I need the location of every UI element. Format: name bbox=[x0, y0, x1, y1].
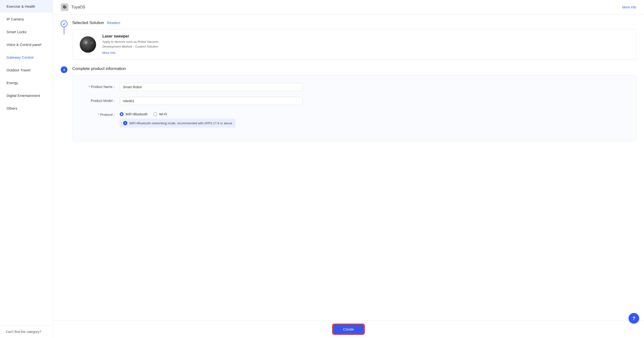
robot-vacuum-icon bbox=[79, 36, 96, 53]
solution-more-info-link[interactable]: More Info bbox=[102, 51, 116, 55]
step4-header: Complete product information bbox=[72, 66, 636, 71]
reselect-button[interactable]: Reselect bbox=[107, 21, 120, 25]
solution-image bbox=[78, 35, 98, 54]
solution-card: Laser sweeper Apply to devices such as R… bbox=[72, 29, 636, 60]
step4-circle: 4 bbox=[61, 66, 68, 73]
cant-find-category[interactable]: Can't find the category? bbox=[0, 325, 53, 338]
product-name-row: *Product Name： bbox=[82, 83, 626, 91]
solution-info: Laser sweeper Apply to devices such as R… bbox=[102, 34, 630, 55]
step4-content: Complete product information *Product Na… bbox=[72, 66, 636, 141]
product-model-row: Product Model： bbox=[82, 97, 626, 105]
content-area: Selected Solution Reselect bbox=[53, 15, 644, 320]
step4-section: 4 Complete product information *Product … bbox=[61, 66, 636, 141]
step4-title: Complete product information bbox=[72, 66, 126, 71]
sidebar-item-ip-camera[interactable]: IP Camera bbox=[0, 13, 53, 25]
sidebar-item-digital-entertainment[interactable]: Digital Entertainment bbox=[0, 89, 53, 102]
protocol-options-group: WiFi-Bluetooth Wi-Fi bbox=[120, 111, 236, 116]
info-note: i WiFi+Bluetooth networking mode, recomm… bbox=[120, 119, 236, 128]
svg-point-4 bbox=[87, 47, 89, 49]
step-completed-indicator bbox=[61, 20, 68, 34]
tuya-os-icon bbox=[61, 3, 68, 11]
help-button[interactable]: ? bbox=[628, 313, 639, 324]
sidebar-item-others[interactable]: Others bbox=[0, 102, 53, 115]
sidebar-item-gateway-control[interactable]: Gateway Control bbox=[0, 51, 53, 64]
main-content: TuyaOS More info Selected Solution Resel… bbox=[53, 0, 644, 338]
wifi-radio[interactable] bbox=[154, 112, 157, 116]
product-model-label: Product Model： bbox=[82, 97, 116, 103]
sidebar: Exercise & Health IP Camera Smart Locks … bbox=[0, 0, 53, 338]
protocol-options: WiFi-Bluetooth Wi-Fi i WiFi+Bluetooth ne… bbox=[120, 111, 236, 128]
selected-solution-header: Selected Solution Reselect bbox=[72, 20, 636, 25]
selected-solution-title: Selected Solution bbox=[72, 20, 104, 25]
protocol-row: *Protocol： WiFi-Bluetooth bbox=[82, 111, 626, 128]
wifi-bluetooth-option[interactable]: WiFi-Bluetooth bbox=[120, 112, 148, 116]
sidebar-item-outdoor-travel[interactable]: Outdoor Travel bbox=[0, 64, 53, 76]
sidebar-item-exercise-health[interactable]: Exercise & Health bbox=[0, 0, 53, 13]
solution-desc: Apply to devices such as Robot Vacuum. bbox=[102, 40, 630, 43]
wifi-bluetooth-radio[interactable] bbox=[120, 112, 124, 116]
solution-name: Laser sweeper bbox=[102, 34, 630, 38]
top-bar: TuyaOS More info bbox=[53, 0, 644, 15]
checkmark-icon bbox=[62, 22, 66, 25]
gear-icon bbox=[62, 5, 67, 10]
product-name-input[interactable] bbox=[120, 83, 303, 91]
wifi-option[interactable]: Wi-Fi bbox=[154, 112, 167, 116]
bottom-bar: Create bbox=[53, 320, 644, 338]
sidebar-item-smart-locks[interactable]: Smart Locks bbox=[0, 25, 53, 38]
selected-solution-section: Selected Solution Reselect bbox=[61, 20, 636, 60]
product-name-label: *Product Name： bbox=[82, 83, 116, 89]
product-form-container: *Product Name： Product Model： bbox=[72, 75, 636, 141]
svg-point-2 bbox=[85, 41, 87, 44]
info-icon: i bbox=[123, 121, 128, 125]
selected-solution-content: Selected Solution Reselect bbox=[72, 20, 636, 60]
sidebar-item-voice-control[interactable]: Voice & Control panel bbox=[0, 38, 53, 51]
product-model-input[interactable] bbox=[120, 97, 303, 105]
svg-point-0 bbox=[80, 36, 96, 53]
tuyaos-title: TuyaOS bbox=[71, 5, 85, 9]
more-info-link[interactable]: More info bbox=[622, 5, 636, 9]
top-bar-left: TuyaOS bbox=[61, 3, 85, 11]
step-check-circle bbox=[61, 20, 68, 27]
protocol-label: *Protocol： bbox=[82, 111, 116, 117]
create-button[interactable]: Create bbox=[333, 324, 364, 334]
sidebar-item-energy[interactable]: Energy bbox=[0, 76, 53, 89]
timeline-line bbox=[64, 27, 64, 34]
svg-point-3 bbox=[90, 42, 93, 44]
step4-indicator: 4 bbox=[61, 66, 68, 73]
solution-method: Development Method：Custom Solution bbox=[102, 44, 630, 49]
